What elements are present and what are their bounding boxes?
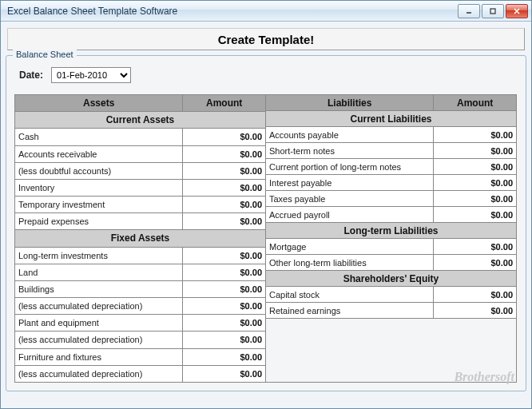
line-item-label: Current portion of long-term notes: [266, 159, 434, 175]
section-row: Long-term Liabilities: [266, 223, 517, 239]
blank-cell: [266, 319, 517, 383]
table-row: (less accumulated depreciation)$0.00: [15, 298, 266, 315]
create-row: Create Template!: [6, 26, 526, 52]
maximize-button[interactable]: [482, 4, 504, 18]
table-row: (less doubtful accounts)$0.00: [15, 162, 266, 179]
balance-sheet-fieldset: Balance Sheet Date: 01-Feb-2010 Assets A…: [6, 55, 526, 391]
line-item-amount: $0.00: [434, 175, 517, 191]
amount-header: Amount: [183, 95, 266, 112]
line-item-label: Short-term notes: [266, 143, 434, 159]
line-item-label: Capital stock: [266, 287, 434, 303]
table-row: Accounts payable$0.00: [266, 127, 517, 143]
line-item-amount: $0.00: [183, 162, 266, 179]
line-item-label: Land: [15, 264, 183, 280]
line-item-label: (less accumulated depreciation): [15, 365, 183, 382]
table-row: Interest payable$0.00: [266, 175, 517, 191]
line-item-amount: $0.00: [434, 287, 517, 303]
current-liabilities-header: Current Liabilities: [266, 111, 517, 127]
line-item-amount: $0.00: [183, 197, 266, 213]
line-item-label: (less accumulated depreciation): [15, 298, 183, 315]
table-row: (less accumulated depreciation)$0.00: [15, 332, 266, 348]
line-item-label: Prepaid expenses: [15, 213, 183, 230]
line-item-label: Accrued payroll: [266, 207, 434, 223]
table-row: (less accumulated depreciation)$0.00: [15, 365, 266, 382]
table-row: Inventory$0.00: [15, 179, 266, 196]
assets-column: Assets Amount Current Assets Cash$0.00 A…: [14, 94, 266, 383]
section-row: Shareholders' Equity: [266, 271, 517, 287]
line-item-amount: $0.00: [183, 315, 266, 332]
line-item-label: (less accumulated depreciation): [15, 332, 183, 348]
minimize-icon: [465, 7, 473, 15]
line-item-amount: $0.00: [434, 239, 517, 255]
line-item-label: Retained earnings: [266, 303, 434, 319]
table-row: Taxes payable$0.00: [266, 191, 517, 207]
table-row: Temporary investment$0.00: [15, 197, 266, 213]
close-button[interactable]: [506, 4, 528, 18]
line-item-label: Long-term investments: [15, 247, 183, 264]
titlebar[interactable]: Excel Balance Sheet Template Software: [1, 1, 531, 22]
table-row: Land$0.00: [15, 264, 266, 280]
date-row: Date: 01-Feb-2010: [19, 67, 518, 83]
svg-rect-1: [490, 9, 495, 14]
line-item-amount: $0.00: [183, 298, 266, 315]
table-row: Long-term investments$0.00: [15, 247, 266, 264]
table-header-row: Assets Amount: [15, 95, 266, 112]
balance-sheet-table: Assets Amount Current Assets Cash$0.00 A…: [14, 94, 518, 383]
liabilities-column: Liabilities Amount Current Liabilities A…: [265, 94, 517, 383]
line-item-amount: $0.00: [434, 159, 517, 175]
table-row: Accounts receivable$0.00: [15, 145, 266, 162]
window-controls: [458, 4, 528, 18]
line-item-label: Accounts payable: [266, 127, 434, 143]
create-template-button[interactable]: Create Template!: [7, 28, 525, 50]
content-area: Create Template! Balance Sheet Date: 01-…: [1, 22, 531, 396]
table-row: Cash$0.00: [15, 129, 266, 145]
amount-header: Amount: [434, 95, 517, 111]
table-header-row: Liabilities Amount: [266, 95, 517, 111]
line-item-label: (less doubtful accounts): [15, 162, 183, 179]
line-item-amount: $0.00: [434, 143, 517, 159]
line-item-amount: $0.00: [434, 127, 517, 143]
line-item-amount: $0.00: [183, 280, 266, 297]
line-item-label: Inventory: [15, 179, 183, 196]
line-item-amount: $0.00: [183, 129, 266, 145]
table-row: Furniture and fixtures$0.00: [15, 348, 266, 365]
line-item-label: Plant and equipment: [15, 315, 183, 332]
section-row: Fixed Assets: [15, 230, 266, 247]
line-item-amount: $0.00: [434, 207, 517, 223]
assets-header: Assets: [15, 95, 183, 112]
line-item-amount: $0.00: [183, 332, 266, 348]
table-row: Accrued payroll$0.00: [266, 207, 517, 223]
blank-row: [266, 319, 517, 383]
app-window: Excel Balance Sheet Template Software Cr…: [0, 0, 532, 409]
line-item-amount: $0.00: [434, 255, 517, 271]
line-item-label: Other long-term liabilities: [266, 255, 434, 271]
line-item-amount: $0.00: [183, 145, 266, 162]
line-item-amount: $0.00: [183, 247, 266, 264]
table-row: Other long-term liabilities$0.00: [266, 255, 517, 271]
liabilities-header: Liabilities: [266, 95, 434, 111]
table-row: Short-term notes$0.00: [266, 143, 517, 159]
current-assets-header: Current Assets: [15, 112, 266, 129]
fieldset-legend: Balance Sheet: [13, 50, 77, 59]
section-row: Current Assets: [15, 112, 266, 129]
table-row: Retained earnings$0.00: [266, 303, 517, 319]
line-item-label: Furniture and fixtures: [15, 348, 183, 365]
date-select[interactable]: 01-Feb-2010: [51, 67, 131, 83]
line-item-amount: $0.00: [183, 179, 266, 196]
table-row: Plant and equipment$0.00: [15, 315, 266, 332]
line-item-amount: $0.00: [434, 191, 517, 207]
maximize-icon: [489, 7, 497, 15]
table-row: Capital stock$0.00: [266, 287, 517, 303]
close-icon: [513, 7, 521, 15]
line-item-label: Taxes payable: [266, 191, 434, 207]
line-item-amount: $0.00: [183, 365, 266, 382]
line-item-label: Accounts receivable: [15, 145, 183, 162]
table-row: Current portion of long-term notes$0.00: [266, 159, 517, 175]
table-row: Prepaid expenses$0.00: [15, 213, 266, 230]
window-title: Excel Balance Sheet Template Software: [7, 6, 458, 17]
table-row: Buildings$0.00: [15, 280, 266, 297]
line-item-amount: $0.00: [183, 348, 266, 365]
minimize-button[interactable]: [458, 4, 480, 18]
date-label: Date:: [19, 69, 43, 81]
shareholders-equity-header: Shareholders' Equity: [266, 271, 517, 287]
